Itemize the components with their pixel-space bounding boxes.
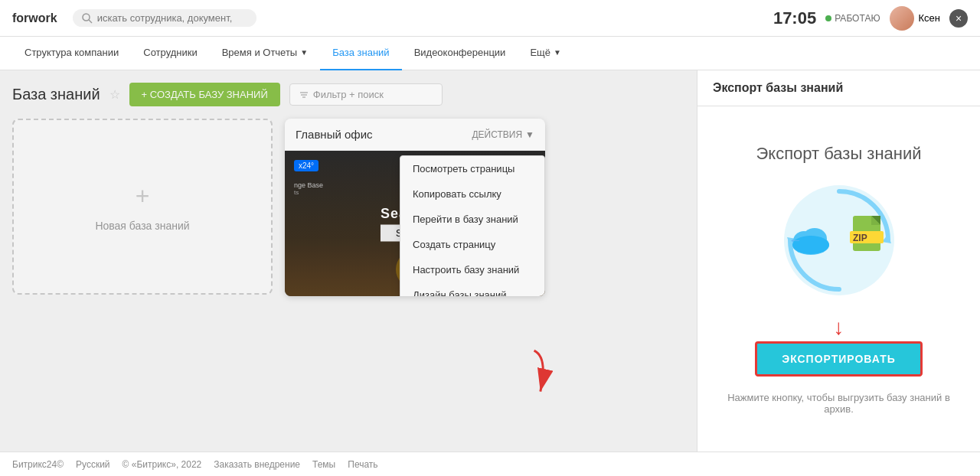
filter-placeholder: Фильтр + поиск: [313, 89, 384, 100]
svg-text:ZIP: ZIP: [853, 233, 867, 243]
status-indicator: РАБОТАЮ: [825, 13, 880, 24]
context-menu: Посмотреть страницы Копировать ссылку Пе…: [400, 155, 545, 296]
main-area: База знаний ☆ + СОЗДАТЬ БАЗУ ЗНАНИЙ Филь…: [0, 70, 980, 452]
panel-title: Экспорт базы знаний: [713, 81, 843, 95]
context-menu-create-page[interactable]: Создать страницу: [400, 232, 544, 257]
export-title: Экспорт базы знаний: [756, 144, 921, 164]
panel-content: Экспорт базы знаний: [697, 106, 980, 452]
search-icon: [82, 13, 93, 24]
page-title: База знаний: [12, 86, 100, 103]
context-menu-view-pages[interactable]: Посмотреть страницы: [400, 156, 544, 181]
navbar: Структура компании Сотрудники Время и От…: [0, 37, 980, 70]
footer: Битрикс24© Русский © «Битрикс», 2022 Зак…: [0, 452, 980, 476]
avatar: [890, 6, 914, 31]
chevron-down-icon: ▼: [525, 129, 534, 140]
footer-order[interactable]: Заказать внедрение: [214, 459, 300, 470]
nav-item-structure[interactable]: Структура компании: [12, 37, 131, 70]
chevron-down-icon: ▼: [300, 48, 308, 57]
context-menu-go-to-kb[interactable]: Перейти в базу знаний: [400, 207, 544, 232]
close-button[interactable]: ×: [949, 9, 968, 28]
context-menu-design[interactable]: Дизайн базы знаний: [400, 282, 544, 296]
arrow-indicator: [508, 344, 564, 403]
star-icon[interactable]: ☆: [109, 87, 120, 102]
svg-point-0: [83, 14, 90, 21]
chevron-down-icon: ▼: [554, 48, 561, 57]
app-logo: forwork: [12, 11, 57, 25]
bitrix-badge: x24°: [294, 160, 318, 171]
nav-item-time[interactable]: Время и Отчеты ▼: [210, 37, 320, 70]
search-box[interactable]: [73, 9, 256, 27]
nav-item-knowledge[interactable]: База знаний: [320, 37, 402, 70]
footer-themes[interactable]: Темы: [312, 459, 335, 470]
nav-item-more[interactable]: Ещё ▼: [518, 37, 573, 70]
current-time: 17:05: [773, 8, 816, 28]
kb-sublabel: nge Base ts: [294, 181, 323, 196]
footer-copyright: © «Битрикс», 2022: [122, 459, 202, 470]
export-icon-wrap: ← ZIP: [778, 179, 900, 302]
cloud-icon: ←: [790, 222, 832, 259]
actions-button[interactable]: ДЕЙСТВИЯ ▼: [472, 129, 534, 140]
user-name: Ксен: [919, 12, 940, 24]
zip-icon: ZIP: [850, 210, 890, 256]
nav-item-employees[interactable]: Сотрудники: [131, 37, 209, 70]
filter-icon: [299, 90, 309, 99]
plus-icon: +: [136, 182, 150, 210]
right-panel: Экспорт базы знаний Экспорт базы знаний: [697, 70, 980, 452]
kb-grid: + Новая база знаний Главный офис ДЕЙСТВИ…: [12, 119, 684, 296]
kb-card-header: Главный офис ДЕЙСТВИЯ ▼: [285, 119, 545, 151]
new-kb-card[interactable]: + Новая база знаний: [12, 119, 273, 295]
content-area: База знаний ☆ + СОЗДАТЬ БАЗУ ЗНАНИЙ Филь…: [0, 70, 697, 452]
user-menu[interactable]: Ксен: [890, 6, 940, 31]
kb-card: Главный офис ДЕЙСТВИЯ ▼ x24° nge Ba: [285, 119, 545, 296]
export-button[interactable]: ЭКСПОРТИРОВАТЬ: [755, 341, 923, 377]
context-menu-settings[interactable]: Настроить базу знаний: [400, 257, 544, 282]
topbar: forwork 17:05 РАБОТАЮ Ксен ×: [0, 0, 980, 37]
footer-print[interactable]: Печать: [348, 459, 377, 470]
panel-header: Экспорт базы знаний: [697, 70, 980, 106]
nav-item-video[interactable]: Видеоконференции: [402, 37, 518, 70]
down-arrow-icon: ↓: [833, 317, 844, 338]
footer-lang[interactable]: Русский: [76, 459, 110, 470]
export-action-area: ↓ ЭКСПОРТИРОВАТЬ: [755, 317, 923, 377]
new-kb-label: Новая база знаний: [95, 220, 189, 232]
status-dot: [825, 15, 831, 21]
create-kb-button[interactable]: + СОЗДАТЬ БАЗУ ЗНАНИЙ: [129, 83, 280, 106]
status-label: РАБОТАЮ: [835, 13, 880, 24]
search-input[interactable]: [97, 12, 235, 24]
kb-card-title: Главный офис: [296, 128, 373, 141]
filter-search[interactable]: Фильтр + поиск: [289, 83, 443, 106]
page-header: База знаний ☆ + СОЗДАТЬ БАЗУ ЗНАНИЙ Филь…: [12, 83, 684, 106]
export-hint: Нажмите кнопку, чтобы выгрузить базу зна…: [713, 392, 965, 415]
context-menu-copy-link[interactable]: Копировать ссылку: [400, 181, 544, 207]
svg-line-1: [89, 20, 92, 23]
footer-bitrix: Битрикс24©: [12, 459, 64, 470]
